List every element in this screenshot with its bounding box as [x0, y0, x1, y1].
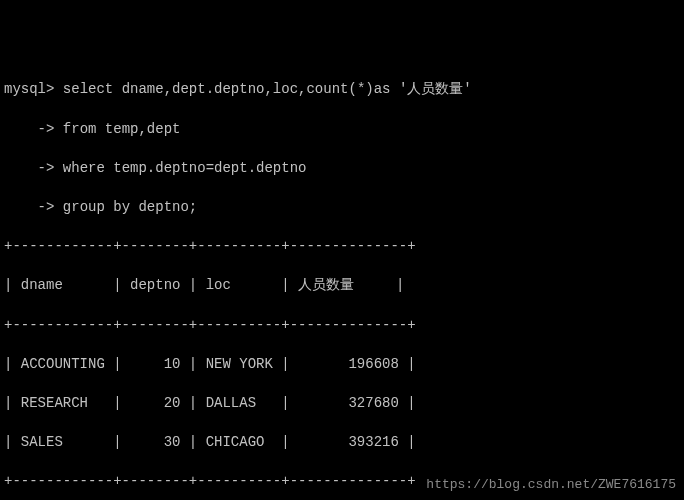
table1-row: | RESEARCH | 20 | DALLAS | 327680 | — [4, 394, 680, 414]
table1-border-mid: +------------+--------+----------+------… — [4, 316, 680, 336]
query1-line2: -> from temp,dept — [4, 120, 680, 140]
watermark: https://blog.csdn.net/ZWE7616175 — [426, 476, 676, 494]
query1-line4: -> group by deptno; — [4, 198, 680, 218]
query1-line1: mysql> select dname,dept.deptno,loc,coun… — [4, 80, 680, 100]
table1-header: | dname | deptno | loc | 人员数量 | — [4, 276, 680, 296]
table1-row: | ACCOUNTING | 10 | NEW YORK | 196608 | — [4, 355, 680, 375]
table1-border-top: +------------+--------+----------+------… — [4, 237, 680, 257]
table1-row: | SALES | 30 | CHICAGO | 393216 | — [4, 433, 680, 453]
query1-line3: -> where temp.deptno=dept.deptno — [4, 159, 680, 179]
